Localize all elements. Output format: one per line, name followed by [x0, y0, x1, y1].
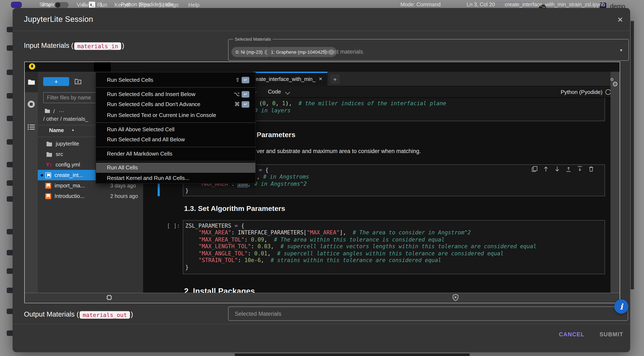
duplicate-cell-icon[interactable] [532, 166, 538, 172]
move-cell-down-icon[interactable] [554, 166, 560, 172]
cell-type-select[interactable]: Code [268, 88, 281, 95]
yaml-file-icon: Y: [46, 162, 52, 168]
code-line: "MAX_ANGLE_TOL": 0.01, # supercell latti… [185, 250, 504, 257]
sort-asc-icon[interactable]: ▲ [71, 128, 75, 132]
menu-item-run-text-in-console[interactable]: Run Selected Text or Current Line in Con… [96, 110, 255, 120]
simple-mode-label: Simple [40, 2, 55, 8]
shift-key-icon: ⇧ [235, 75, 240, 85]
table-of-contents-icon[interactable] [28, 124, 35, 130]
materials-out-chip: materials_out [80, 311, 130, 319]
tab-label: eate_interface_with_min_ [256, 76, 317, 82]
insert-cell-below-icon[interactable] [577, 166, 583, 172]
menu-item-run-cell-and-below[interactable]: Run Selected Cell and All Below [96, 134, 255, 145]
code-line: (0, 0, 1), # the miller indices of the i… [259, 100, 446, 107]
chevron-down-icon[interactable]: ▼ [619, 48, 623, 52]
close-icon[interactable]: ✕ [617, 16, 623, 24]
footer-divider [12, 324, 630, 324]
simple-mode-toggle[interactable] [54, 2, 69, 8]
submit-button[interactable]: SUBMIT [600, 331, 623, 338]
code-line: , # in Angstroms [256, 174, 309, 180]
breadcrumb-home-icon[interactable] [44, 108, 50, 113]
delete-cell-icon[interactable] [588, 166, 594, 172]
notebook-tab[interactable]: eate_interface_with_min_ ✕ [253, 72, 328, 86]
activity-bar-panel [25, 92, 38, 293]
background-bottom-bar [235, 354, 470, 356]
tab-close-icon[interactable]: ✕ [319, 76, 322, 82]
output-materials-placeholder: Selected Materials [235, 311, 281, 317]
new-folder-icon[interactable] [75, 78, 81, 84]
section-heading: Parameters [256, 131, 296, 139]
algorithm-heading: 1.3. Set Algorithm Parameters [184, 205, 285, 213]
mode-indicator[interactable]: Mode: Command [400, 2, 441, 8]
terminal-icon[interactable]: $_ [89, 2, 95, 8]
kernel-icon[interactable] [106, 294, 112, 301]
cancel-button[interactable]: CANCEL [559, 331, 584, 338]
jupyterlite-logo-icon [29, 63, 35, 70]
output-materials-select[interactable] [228, 306, 628, 321]
code-line: = { [259, 167, 268, 174]
breadcrumb-path[interactable]: / other / materials_ [43, 116, 88, 122]
new-launcher-button[interactable]: + [43, 77, 69, 86]
menu-divider [96, 147, 255, 147]
menu-item-run-dont-advance[interactable]: Run Selected Cells and Don't Advance ⌘↵ [96, 100, 255, 110]
app-logo-icon [11, 2, 22, 8]
menu-divider [96, 122, 255, 123]
jupyter-status-bar [25, 293, 620, 302]
code-line: "MAX_LENGTH_TOL": 0.03, # supercell latt… [185, 243, 536, 250]
code-line: } [185, 264, 189, 271]
breadcrumb-ellipsis[interactable]: … [59, 107, 64, 113]
frame-right-strip [610, 72, 620, 293]
cursor-position[interactable]: Ln 3, Col 20 [467, 2, 495, 8]
return-key-icon: ↵ [242, 101, 250, 108]
folder-icon [46, 151, 52, 157]
menu-divider [96, 87, 255, 88]
info-button[interactable]: i [614, 300, 628, 314]
materials-in-chip: materials_in [74, 42, 121, 50]
code-line: "MAX_AREA": INTERFACE_PARAMETERS["MAX_AR… [185, 229, 471, 236]
notebook-file-icon [45, 193, 51, 199]
chevron-down-icon[interactable] [285, 90, 290, 95]
code-line: "STRAIN_TOL": 10e-6, # strains within th… [185, 257, 441, 264]
background-panel-edge [630, 21, 634, 289]
material-chip[interactable]: 0: Ni (mp-23) ✕ [232, 47, 272, 57]
kernels-count[interactable]: 1 [100, 2, 103, 8]
return-key-icon: ↵ [242, 91, 250, 98]
status-filename[interactable]: create_interface_with_min_strain_zsl.ipy… [505, 2, 605, 8]
name-column-header[interactable]: Name [49, 127, 64, 133]
section-paragraph: ver and substrate and maximum area to co… [256, 148, 421, 154]
notebook-file-icon [45, 182, 51, 188]
input-materials-label: Input Materials (materials_in) [24, 42, 124, 50]
shield-x-icon[interactable] [452, 294, 459, 301]
menu-help[interactable]: Help [188, 2, 200, 8]
notebook-file-icon [45, 172, 51, 178]
breadcrumb-root[interactable]: / [53, 108, 55, 114]
terminals-count[interactable]: 0 [82, 2, 86, 8]
kernel-name[interactable]: Python (Pyodide) [556, 89, 602, 95]
cell-toolbar [532, 166, 594, 172]
menu-item-run-all-above[interactable]: Run All Above Selected Cell [96, 124, 255, 134]
menu-item-run-insert-below[interactable]: Run Selected Cells and Insert Below ⌥↵ [96, 89, 255, 100]
insert-cell-above-icon[interactable] [566, 166, 572, 172]
command-key-icon: ⌘ [234, 100, 240, 110]
menu-item-restart-and-run-all[interactable]: Restart Kernel and Run All Cells... [96, 173, 255, 183]
menu-item-run-selected-cells[interactable]: Run Selected Cells ⇧↵ [96, 75, 255, 85]
select-materials-placeholder: Select materials [323, 49, 363, 55]
install-packages-heading: 2. Install Packages [184, 287, 255, 293]
unsaved-dot [41, 174, 43, 176]
file-row-introduction[interactable]: Introductio... 2 hours ago [38, 191, 143, 201]
run-menu: Run Selected Cells ⇧↵ Run Selected Cells… [96, 72, 256, 184]
menu-item-run-all-cells[interactable]: Run All Cells [96, 163, 255, 173]
cell-prompt: [ ]: [167, 223, 180, 229]
kernel-status-icon[interactable] [606, 89, 611, 95]
menubar-run-active [94, 62, 111, 72]
new-tab-button[interactable]: + [330, 74, 340, 84]
move-cell-up-icon[interactable] [543, 166, 549, 172]
code-line: # in layers [254, 107, 290, 114]
menu-item-render-markdown[interactable]: Render All Markdown Cells [96, 149, 255, 159]
option-key-icon: ⌥ [234, 89, 240, 100]
jupyter-menubar [25, 62, 620, 72]
running-sessions-icon[interactable] [27, 100, 35, 108]
kernel-status-text[interactable]: Python (Pyodide) | Idle [121, 2, 174, 8]
folder-icon [46, 141, 52, 146]
file-browser-icon[interactable] [28, 79, 35, 85]
